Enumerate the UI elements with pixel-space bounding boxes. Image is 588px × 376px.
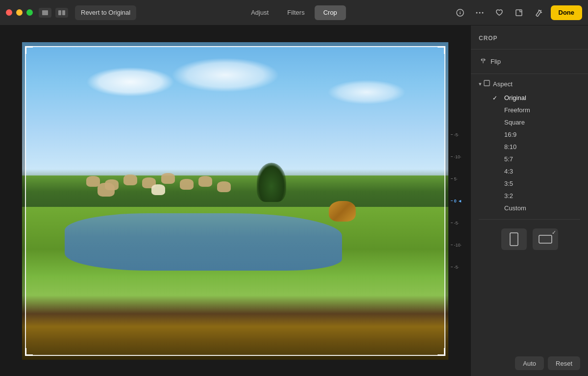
cow-3 <box>123 175 137 185</box>
cloud-3 <box>327 80 406 104</box>
aspect-item-label-5-7: 5:7 <box>504 155 513 163</box>
svg-rect-13 <box>484 80 490 86</box>
aspect-item-label-4-3: 4:3 <box>504 168 513 175</box>
aspect-item-custom[interactable]: Custom <box>471 202 588 214</box>
cow-9 <box>98 183 115 197</box>
ruler-tick-minus5-top: -5· <box>451 132 460 137</box>
aspect-item-5-7[interactable]: 5:7 <box>471 153 588 165</box>
tick-line <box>451 245 453 245</box>
rotation-ruler[interactable]: -5· ·10· 5· 0 ◄ -5· <box>451 132 462 270</box>
aspect-label: Aspect <box>493 80 513 88</box>
more-button[interactable] <box>472 5 487 20</box>
flip-icon <box>479 57 488 66</box>
aspect-item-3-2[interactable]: 3:2 <box>471 190 588 202</box>
cloud-2 <box>172 58 279 92</box>
svg-point-6 <box>476 12 477 13</box>
revert-button[interactable]: Revert to Original <box>75 5 136 20</box>
photo-canvas <box>22 42 448 360</box>
single-view-button[interactable] <box>39 8 51 18</box>
panel-divider-1 <box>471 49 588 50</box>
landscape-orient-button[interactable]: ✓ <box>533 228 558 250</box>
tick-line <box>451 178 453 179</box>
aspect-item-original[interactable]: ✓ Original <box>471 92 588 104</box>
tick-label: -5· <box>454 265 460 270</box>
tab-filters[interactable]: Filters <box>278 5 313 20</box>
aspect-item-label-16-9: 16:9 <box>504 131 516 138</box>
split-view-button[interactable] <box>55 8 68 18</box>
portrait-orient-button[interactable] <box>501 228 527 250</box>
panel-section-flip: Flip <box>471 52 588 71</box>
aspect-item-4-3[interactable]: 4:3 <box>471 165 588 177</box>
tick-label-current: 0 ◄ <box>454 199 462 203</box>
tick-label: -10· <box>454 243 462 248</box>
photo-area: -5· ·10· 5· 0 ◄ -5· <box>0 25 470 376</box>
panel-divider-2 <box>471 74 588 74</box>
svg-line-10 <box>539 10 539 11</box>
right-panel: CROP Flip ▾ <box>470 25 588 376</box>
aspect-item-label-freeform: Freeform <box>504 106 530 114</box>
main-content: -5· ·10· 5· 0 ◄ -5· <box>0 25 588 376</box>
tick-line-current <box>451 201 453 201</box>
maximize-button[interactable] <box>26 9 33 16</box>
reset-button[interactable]: Reset <box>548 356 580 370</box>
aspect-icon <box>484 80 490 88</box>
ruler-tick-minus5-bot: -5· <box>451 221 460 226</box>
aspect-item-label-custom: Custom <box>504 204 526 212</box>
svg-line-11 <box>540 10 541 11</box>
aspect-items-list: ✓ Original Freeform Square 16:9 <box>471 91 588 215</box>
cow-1 <box>86 176 100 187</box>
svg-point-5 <box>460 11 461 12</box>
photo-background <box>22 42 448 360</box>
traffic-lights <box>6 9 33 16</box>
favorite-button[interactable] <box>492 5 507 20</box>
aspect-item-16-9[interactable]: 16:9 <box>471 128 588 141</box>
close-button[interactable] <box>6 9 12 16</box>
svg-point-8 <box>482 12 483 13</box>
flip-item[interactable]: Flip <box>471 54 588 69</box>
aspect-item-freeform[interactable]: Freeform <box>471 104 588 116</box>
info-button[interactable] <box>453 5 467 20</box>
ruler-tick-0: 0 ◄ <box>451 199 462 203</box>
minimize-button[interactable] <box>16 9 23 16</box>
tab-crop[interactable]: Crop <box>315 5 346 20</box>
tick-line <box>451 223 453 223</box>
aspect-section: ▾ Aspect ✓ Original Freeform <box>471 77 588 215</box>
aspect-item-8-10[interactable]: 8:10 <box>471 141 588 153</box>
flip-label: Flip <box>490 58 501 65</box>
ruler-tick-5: 5· <box>451 176 458 181</box>
aspect-item-3-5[interactable]: 3:5 <box>471 177 588 190</box>
aspect-item-label-square: Square <box>504 119 525 126</box>
tick-label: -5· <box>454 132 460 137</box>
magic-button[interactable] <box>531 5 546 20</box>
aspect-item-label-original: Original <box>504 94 526 101</box>
done-button[interactable]: Done <box>551 5 583 20</box>
svg-rect-2 <box>62 10 65 15</box>
orientation-buttons: ✓ <box>471 224 588 255</box>
aspect-item-label-8-10: 8:10 <box>504 143 516 150</box>
tick-label: ·10· <box>454 154 462 159</box>
resize-button[interactable] <box>512 5 526 20</box>
aspect-header[interactable]: ▾ Aspect <box>471 77 588 91</box>
tab-adjust[interactable]: Adjust <box>242 5 277 20</box>
svg-rect-9 <box>516 10 522 16</box>
tick-label: -5· <box>454 221 460 226</box>
cow-8 <box>217 181 231 192</box>
aspect-item-square[interactable]: Square <box>471 116 588 128</box>
tab-bar: Adjust Filters Crop <box>242 5 346 20</box>
tick-line <box>451 267 453 267</box>
panel-bottom-divider <box>479 219 580 220</box>
cow-7 <box>198 176 212 187</box>
cow-10 <box>151 184 165 195</box>
aspect-chevron-icon: ▾ <box>479 81 482 87</box>
svg-line-12 <box>541 12 542 13</box>
titlebar: Revert to Original Adjust Filters Crop <box>0 0 588 25</box>
aspect-item-label-3-5: 3:5 <box>504 180 513 187</box>
svg-rect-15 <box>539 235 552 243</box>
auto-button[interactable]: Auto <box>515 356 544 370</box>
titlebar-actions: Done <box>453 5 583 20</box>
cow-5 <box>161 173 175 184</box>
ruler-tick-minus10: ·10· <box>451 154 462 159</box>
cow-6 <box>180 179 194 190</box>
checkmark-icon: ✓ <box>492 95 500 101</box>
lone-cow <box>329 201 356 222</box>
